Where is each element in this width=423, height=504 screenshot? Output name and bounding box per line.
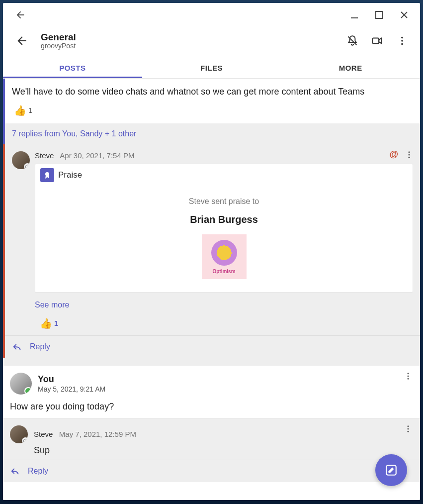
compose-icon [385, 464, 398, 477]
more-vertical-icon [405, 150, 414, 159]
praise-header: Praise [35, 164, 413, 186]
presence-available-icon [24, 387, 32, 395]
reply-action-bar[interactable]: Reply [5, 335, 420, 358]
svg-point-12 [408, 373, 409, 375]
arrow-left-icon [15, 34, 28, 47]
minimize-icon [350, 10, 359, 19]
mention-icon: @ [389, 149, 398, 160]
reply-arrow-icon [12, 342, 23, 352]
window-titlebar [3, 3, 420, 27]
tab-more[interactable]: MORE [281, 58, 420, 78]
bell-off-icon [346, 34, 359, 47]
praise-badge-icon [40, 168, 54, 182]
thread2-post: You May 5, 2021, 9:21 AM How are you doi… [3, 366, 420, 418]
reply-timestamp: May 7, 2021, 12:59 PM [59, 430, 136, 438]
like-count: 1 [54, 319, 58, 327]
reply-tools: @ [389, 149, 415, 160]
reply-header: Steve Apr 30, 2021, 7:54 PM Praise [12, 151, 413, 293]
content-scroll[interactable]: We'll have to do some video chats and wh… [3, 79, 420, 500]
post-timestamp: May 5, 2021, 9:21 AM [38, 385, 105, 393]
reply-reactions[interactable]: 👍 1 [12, 314, 413, 335]
ribbon-icon [43, 171, 51, 179]
reply-timestamp: Apr 30, 2021, 7:54 PM [60, 151, 134, 160]
badge-caption: Optimism [212, 269, 235, 274]
avatar[interactable] [10, 373, 32, 395]
app-window: General groovyPost [3, 3, 420, 500]
close-button[interactable] [394, 5, 414, 25]
reply-header: Steve May 7, 2021, 12:59 PM [10, 425, 413, 443]
channel-tabs: POSTS FILES MORE [3, 58, 420, 79]
reply-text: Sup [34, 445, 413, 456]
presence-offline-icon [22, 437, 28, 443]
svg-point-8 [409, 154, 410, 155]
notifications-button[interactable] [343, 32, 361, 50]
reply-arrow-icon [10, 466, 21, 476]
message-more-button[interactable] [402, 424, 414, 433]
meet-button[interactable] [368, 32, 386, 50]
svg-point-16 [408, 428, 409, 430]
avatar[interactable] [12, 151, 30, 169]
svg-point-15 [408, 426, 409, 427]
more-vertical-icon [404, 424, 413, 433]
thread2-reply: Steve May 7, 2021, 12:59 PM Sup [3, 418, 420, 460]
svg-point-18 [24, 439, 27, 443]
praise-label: Praise [58, 170, 82, 180]
thread-separator [3, 358, 420, 366]
sun-icon [211, 240, 237, 266]
svg-point-11 [45, 172, 49, 176]
new-post-fab[interactable] [375, 454, 407, 486]
reply-link[interactable]: Reply [30, 342, 50, 351]
reply-link[interactable]: Reply [28, 467, 48, 476]
reply-author: Steve [34, 430, 53, 438]
reply-action-bar[interactable]: Reply [3, 460, 420, 482]
tab-files[interactable]: FILES [142, 58, 281, 78]
avatar[interactable] [10, 425, 28, 443]
svg-point-6 [401, 43, 403, 45]
more-vertical-icon [397, 35, 408, 46]
reactions-row[interactable]: 👍 1 [12, 98, 413, 119]
praise-target: Brian Burgess [40, 214, 408, 225]
svg-point-4 [401, 37, 403, 39]
video-icon [371, 34, 384, 47]
praise-badge-image: Optimism [202, 234, 247, 279]
post-text: We'll have to do some video chats and wh… [12, 86, 413, 98]
browser-back-button[interactable] [12, 6, 29, 23]
channel-header: General groovyPost [3, 27, 420, 58]
close-icon [400, 11, 408, 19]
svg-rect-1 [376, 11, 383, 18]
message-more-button[interactable] [402, 372, 414, 381]
maximize-icon [375, 11, 383, 19]
svg-rect-0 [351, 17, 358, 18]
tab-posts[interactable]: POSTS [3, 58, 142, 78]
reply-thread: @ Steve Apr 30, 2021, 7:54 PM [3, 144, 420, 358]
header-back-button[interactable] [12, 31, 32, 51]
root-post: We'll have to do some video chats and wh… [3, 79, 420, 123]
post-header: You May 5, 2021, 9:21 AM [10, 373, 413, 395]
thumbs-up-icon: 👍 [14, 104, 26, 116]
thumbs-up-icon: 👍 [40, 317, 52, 329]
see-more-link[interactable]: See more [12, 293, 69, 314]
post-text: How are you doing today? [10, 402, 413, 412]
svg-point-9 [409, 157, 410, 158]
reply-message: @ Steve Apr 30, 2021, 7:54 PM [5, 144, 420, 335]
window-controls [344, 5, 417, 25]
arrow-left-icon [15, 9, 26, 20]
svg-point-10 [26, 165, 29, 169]
praise-body: Steve sent praise to Brian Burgess Optim… [35, 186, 413, 292]
post-author: You [38, 374, 105, 385]
praise-card: Praise Steve sent praise to Brian Burges… [35, 164, 413, 293]
minimize-button[interactable] [344, 5, 364, 25]
svg-point-14 [408, 378, 409, 380]
header-actions [343, 32, 411, 50]
svg-point-7 [409, 151, 410, 153]
channel-title: General [41, 32, 335, 43]
svg-point-13 [408, 376, 409, 377]
header-more-button[interactable] [393, 32, 411, 50]
praise-subtitle: Steve sent praise to [40, 197, 408, 206]
team-name: groovyPost [41, 42, 335, 50]
message-more-button[interactable] [403, 150, 415, 159]
maximize-button[interactable] [369, 5, 389, 25]
svg-point-17 [408, 431, 409, 432]
replies-summary[interactable]: 7 replies from You, Sandy + 1 other [3, 123, 420, 144]
channel-info: General groovyPost [41, 32, 335, 50]
